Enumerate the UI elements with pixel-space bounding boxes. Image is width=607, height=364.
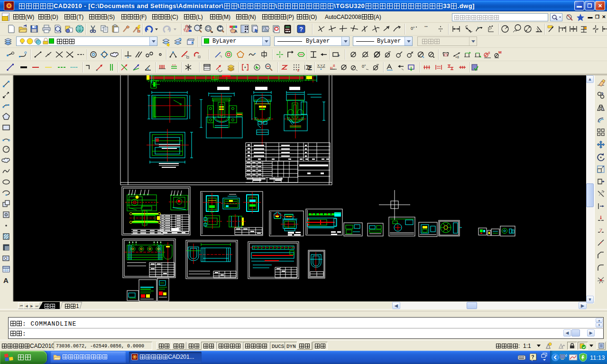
- svg-text:?: ?: [531, 354, 534, 360]
- svg-text:Σ: Σ: [308, 64, 312, 72]
- svg-text:8: 8: [488, 51, 490, 55]
- svg-text:?: ?: [299, 26, 303, 33]
- svg-text:×8: ×8: [455, 55, 459, 59]
- svg-text:0°: 0°: [362, 64, 366, 69]
- svg-text:8: 8: [297, 69, 299, 72]
- svg-text:8: 8: [333, 64, 335, 68]
- svg-text:A: A: [3, 276, 9, 284]
- svg-text:''": ''": [424, 25, 428, 30]
- svg-text:M: M: [498, 50, 502, 55]
- svg-text:A: A: [234, 29, 238, 34]
- svg-text:0°: 0°: [411, 26, 415, 31]
- svg-text:X,Y,Z: X,Y,Z: [317, 64, 325, 67]
